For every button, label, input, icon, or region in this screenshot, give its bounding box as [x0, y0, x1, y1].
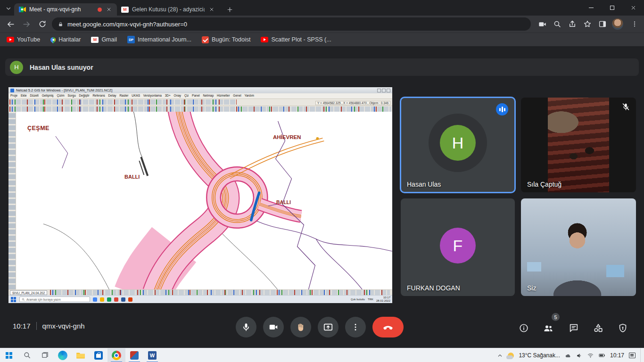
reload-button[interactable]	[37, 18, 48, 30]
map-label-balli-right: BALLI	[276, 199, 291, 205]
weather-text[interactable]: 13°C Sağanak...	[519, 352, 560, 359]
zoom-icon[interactable]	[552, 18, 563, 30]
onedrive-icon[interactable]	[565, 352, 571, 359]
chat-button[interactable]	[568, 322, 580, 334]
tab-title: Meet - qmx-vqvi-gnh	[29, 6, 94, 13]
bookmark-spss-video[interactable]: Scatter Plot - SPSS (...	[261, 36, 331, 43]
mic-button[interactable]	[236, 317, 256, 337]
tab-search-chevron-icon[interactable]	[4, 4, 13, 13]
speaker-icon[interactable]	[576, 352, 583, 359]
show-desktop-button[interactable]	[640, 348, 642, 362]
present-screen-button[interactable]	[318, 317, 339, 337]
forward-button[interactable]	[21, 18, 32, 30]
meet-main: H Hasan Ulas sunuyor Netcad 5.2 GIS for …	[0, 46, 644, 348]
youtube-icon	[261, 37, 268, 42]
window-close-button[interactable]	[623, 0, 644, 16]
task-view-button[interactable]	[36, 348, 54, 362]
browser-titlebar: Meet - qmx-vqvi-gnh M Gelen Kutusu (28) …	[0, 0, 644, 16]
presented-menu-bar: Proje Ekle Düzelt Gelişmiş Çizim Sorgu D…	[8, 93, 392, 99]
participant-count-badge: 5	[552, 313, 560, 321]
profile-avatar[interactable]	[612, 18, 623, 30]
file-explorer-icon[interactable]	[72, 348, 90, 362]
tray-chevron-icon[interactable]	[496, 352, 503, 359]
gmail-favicon-icon: M	[121, 7, 129, 13]
presented-taskbar-icon	[128, 297, 132, 302]
presented-taskbar-icon	[114, 297, 118, 302]
network-icon[interactable]	[587, 352, 594, 359]
notification-center-icon[interactable]	[629, 353, 636, 358]
participant-tile-furkan[interactable]: F FURKAN DOGAN	[401, 198, 515, 296]
presenting-banner: H Hasan Ulas sunuyor	[5, 58, 639, 76]
camera-in-use-icon[interactable]	[537, 18, 548, 30]
tab-close-icon[interactable]	[105, 6, 113, 13]
address-bar[interactable]: meet.google.com/qmx-vqvi-gnh?authuser=0	[52, 17, 531, 31]
window-maximize-button[interactable]	[602, 0, 623, 16]
side-panel-icon[interactable]	[597, 18, 608, 30]
tab-close-icon[interactable]	[208, 6, 215, 13]
bookmark-youtube[interactable]: YouTube	[7, 36, 40, 43]
call-controls	[236, 317, 404, 337]
participant-video	[548, 98, 609, 192]
presented-toolbar-row1: Y = 4564582.325 , X = 4564880.470 , Obje…	[8, 99, 392, 106]
bookmark-maps[interactable]: Haritalar	[50, 36, 81, 43]
bookmark-gmail[interactable]: M Gmail	[91, 36, 117, 43]
taskbar-search-button[interactable]	[18, 348, 36, 362]
tab-recording-indicator-icon	[98, 8, 102, 12]
presented-taskbar-icon	[107, 297, 111, 302]
statusbar-icons	[50, 290, 390, 295]
leave-call-button[interactable]	[372, 317, 404, 337]
bookmark-journal[interactable]: DP International Journ...	[127, 36, 191, 43]
presented-screen: Netcad 5.2 GIS for Windows - [SIVLI_PLAN…	[8, 87, 392, 303]
bookmark-star-icon[interactable]	[582, 18, 593, 30]
presented-windows-taskbar: Aramak için buraya yazın Çok bulutlu TRK…	[8, 295, 392, 303]
share-icon[interactable]	[567, 18, 578, 30]
lock-icon	[58, 21, 64, 27]
system-tray: 13°C Sağanak... 10:17	[496, 348, 642, 362]
store-icon[interactable]	[90, 348, 107, 362]
chrome-icon[interactable]	[107, 348, 125, 362]
battery-icon[interactable]	[599, 352, 605, 359]
browser-tab-meet[interactable]: Meet - qmx-vqvi-gnh	[14, 3, 117, 16]
participant-tile-siz[interactable]: Siz	[521, 198, 636, 296]
camera-button[interactable]	[263, 317, 284, 337]
browser-menu-kebab-icon[interactable]	[629, 18, 640, 30]
new-tab-button[interactable]	[223, 3, 236, 16]
edge-icon[interactable]	[54, 348, 72, 362]
participant-avatar: F	[440, 228, 476, 263]
participant-video	[521, 198, 636, 296]
presenting-banner-text: Hasan Ulas sunuyor	[30, 64, 93, 71]
host-controls-button[interactable]	[617, 322, 629, 334]
raise-hand-button[interactable]	[290, 317, 311, 337]
spss-icon[interactable]	[125, 348, 143, 362]
participant-name: Hasan Ulas	[407, 181, 441, 188]
weather-icon	[508, 353, 514, 359]
bookmark-todoist[interactable]: Bugün: Todoist	[202, 36, 250, 43]
activities-button[interactable]	[592, 322, 604, 334]
taskbar-clock[interactable]: 10:17	[610, 352, 624, 359]
show-people-button[interactable]	[542, 322, 554, 334]
participant-tile-hasan[interactable]: H Hasan Ulas	[401, 98, 515, 192]
maps-pin-icon	[50, 36, 57, 43]
browser-tab-gmail[interactable]: M Gelen Kutusu (28) - adyazici@ad	[117, 3, 220, 16]
presented-taskbar-icon	[93, 297, 97, 302]
meeting-code: qmx-vqvi-gnh	[42, 322, 85, 330]
participant-tile-sila[interactable]: Sıla Çaptuğ	[521, 98, 636, 192]
toolbar-icons	[9, 107, 391, 112]
presented-window-title: Netcad 5.2 GIS for Windows - [SIVLI_PLAN…	[16, 88, 112, 92]
window-minimize-button[interactable]	[580, 0, 602, 16]
participant-name: FURKAN DOGAN	[407, 284, 460, 292]
more-options-button[interactable]	[345, 317, 366, 337]
document-tab: SIVLI_PLAN_24.04.202	[10, 290, 47, 295]
start-button[interactable]	[0, 348, 18, 362]
meeting-details-button[interactable]	[518, 322, 530, 334]
presenter-avatar: H	[10, 61, 23, 74]
avatar-ring: H	[429, 114, 487, 172]
participant-name: Sıla Çaptuğ	[527, 181, 561, 188]
netcad-app-icon	[10, 89, 14, 92]
back-button[interactable]	[5, 18, 16, 30]
word-icon[interactable]: W	[143, 348, 161, 362]
gmail-icon: M	[91, 37, 99, 43]
tab-title: Gelen Kutusu (28) - adyazici@ad	[132, 6, 205, 13]
presented-taskbar-icon	[121, 297, 125, 302]
presented-document-tabs: SIVLI_PLAN_24.04.202	[8, 289, 392, 295]
